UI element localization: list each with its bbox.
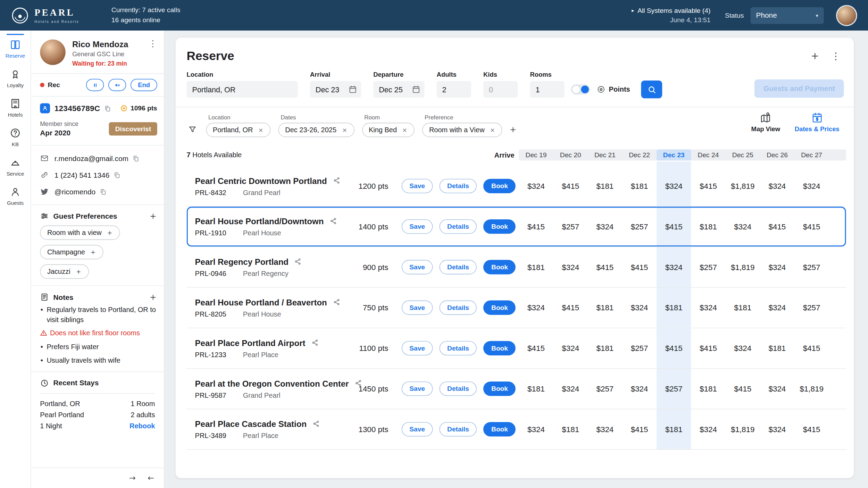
date-column-header[interactable]: Dec 24 [691,149,725,160]
close-icon[interactable] [342,127,348,133]
filter-chip[interactable]: Portland, OR [206,123,271,137]
price-cell[interactable]: $324 [726,344,760,353]
save-button[interactable]: Save [402,381,433,396]
price-cell[interactable]: $415 [691,344,725,353]
price-cell[interactable]: $415 [519,344,553,353]
share-icon[interactable] [333,177,340,184]
hotel-row[interactable]: Pearl Centric Downtown PortlandPRL-8432G… [187,166,846,207]
guests-payment-button[interactable]: Guests and Payment [754,79,844,98]
price-cell[interactable]: $181 [691,222,725,231]
agent-avatar[interactable] [836,5,857,26]
price-cell[interactable]: $257 [553,222,588,231]
filter-funnel-icon[interactable] [188,125,197,134]
end-call-button[interactable]: End [131,79,157,91]
book-button[interactable]: Book [484,219,516,234]
panel-arrow-left-button[interactable] [146,474,155,483]
price-cell[interactable]: $415 [657,344,691,353]
arrival-input[interactable] [310,81,361,98]
price-cell[interactable]: $415 [519,222,553,231]
date-column-header[interactable]: Dec 21 [588,149,622,160]
hotel-row[interactable]: Pearl at the Oregon Convention CenterPRL… [187,369,846,409]
price-cell[interactable]: $257 [794,303,829,312]
copy-icon[interactable] [113,171,120,179]
price-cell[interactable]: $324 [553,344,588,353]
price-cell[interactable]: $181 [760,344,794,353]
share-icon[interactable] [329,217,337,225]
book-button[interactable]: Book [484,422,516,437]
filter-chip[interactable]: Room with a View [423,123,502,137]
date-column-header[interactable]: Dec 25 [726,149,760,160]
hotel-row[interactable]: Pearl Place Cascade StationPRL-3489Pearl… [187,409,846,450]
price-cell[interactable]: $324 [760,303,794,312]
save-button[interactable]: Save [402,219,433,234]
details-button[interactable]: Details [440,219,477,234]
price-cell[interactable]: $415 [794,344,829,353]
panel-arrow-right-button[interactable] [128,474,137,483]
save-button[interactable]: Save [402,260,433,275]
add-filter-button[interactable] [509,126,517,134]
price-cell[interactable]: $415 [588,263,622,272]
add-note-button[interactable] [149,293,157,301]
price-cell[interactable]: $415 [691,182,725,191]
price-cell[interactable]: $1,819 [726,182,760,191]
rooms-input[interactable] [530,81,564,98]
price-cell[interactable]: $324 [588,222,622,231]
price-cell[interactable]: $257 [588,384,622,393]
copy-icon[interactable] [104,105,111,112]
price-cell[interactable]: $257 [622,344,657,353]
kids-input[interactable] [483,81,518,98]
filter-chip[interactable]: Dec 23-26, 2025 [278,123,354,137]
details-button[interactable]: Details [440,260,477,275]
price-cell[interactable]: $324 [760,263,794,272]
sidebar-item-loyalty[interactable]: Loyalty [0,63,31,93]
price-cell[interactable]: $324 [519,182,553,191]
price-cell[interactable]: $415 [622,425,657,434]
price-cell[interactable]: $324 [760,384,794,393]
price-cell[interactable]: $1,819 [726,263,760,272]
systems-status-row[interactable]: ▸ All Systems available (4) [632,7,710,14]
price-cell[interactable]: $257 [657,384,691,393]
rebook-link[interactable]: Rebook [130,422,155,429]
share-icon[interactable] [311,339,318,346]
close-icon[interactable] [402,127,408,133]
price-cell[interactable]: $324 [553,263,588,272]
adults-input[interactable] [437,81,471,98]
price-cell[interactable]: $257 [691,263,725,272]
mute-button[interactable] [108,79,126,91]
add-icon[interactable] [75,269,82,275]
book-button[interactable]: Book [484,260,516,275]
price-cell[interactable]: $324 [622,303,657,312]
price-cell[interactable]: $181 [588,182,622,191]
location-input[interactable] [187,81,298,98]
preference-chip[interactable]: Champagne [40,245,103,260]
price-cell[interactable]: $324 [691,303,725,312]
sidebar-item-service[interactable]: Service [0,152,31,181]
details-button[interactable]: Details [440,381,477,396]
add-icon[interactable] [107,230,113,236]
price-cell[interactable]: $324 [794,182,829,191]
price-cell[interactable]: $324 [553,384,588,393]
price-cell[interactable]: $324 [657,182,691,191]
hotel-row[interactable]: Pearl Regency PortlandPRL-0946Pearl Rege… [187,247,846,288]
price-cell[interactable]: $415 [794,222,829,231]
date-column-header[interactable]: Dec 23 [657,149,691,160]
price-cell[interactable]: $181 [588,344,622,353]
details-button[interactable]: Details [440,301,477,315]
price-cell[interactable]: $324 [519,425,553,434]
price-cell[interactable]: $257 [622,222,657,231]
departure-input[interactable] [373,81,424,98]
date-column-header[interactable]: Dec 19 [519,149,553,160]
sidebar-item-reserve[interactable]: Reserve [0,34,31,64]
date-column-header[interactable]: Dec 26 [760,149,794,160]
price-cell[interactable]: $181 [519,263,553,272]
points-toggle[interactable] [571,84,590,94]
price-cell[interactable]: $415 [622,263,657,272]
price-cell[interactable]: $1,819 [726,425,760,434]
price-cell[interactable]: $181 [519,384,553,393]
price-cell[interactable]: $181 [553,425,588,434]
save-button[interactable]: Save [402,301,433,315]
price-cell[interactable]: $324 [691,425,725,434]
book-button[interactable]: Book [484,301,516,315]
price-cell[interactable]: $415 [794,425,829,434]
dates-prices-button[interactable]: Dates & Prices [795,112,840,132]
